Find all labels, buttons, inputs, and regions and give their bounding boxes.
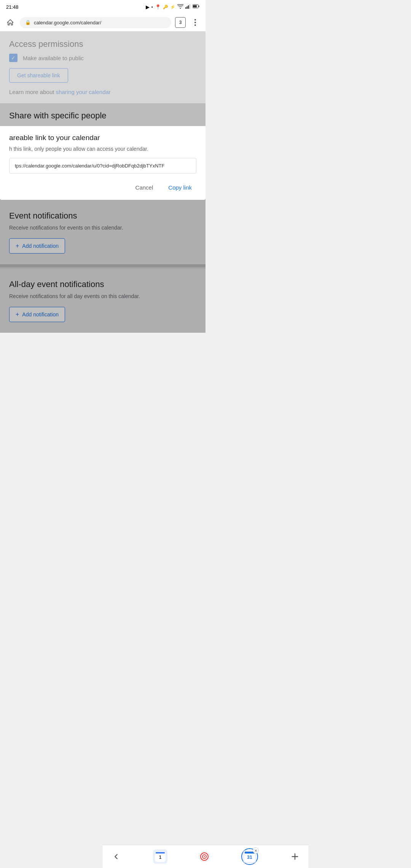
cancel-button[interactable]: Cancel [131,181,158,194]
svg-point-8 [194,22,196,23]
copy-link-button[interactable]: Copy link [164,181,196,194]
url-bar[interactable]: 🔒 calendar.google.com/calendar/ [20,17,171,28]
svg-point-9 [194,24,196,26]
svg-rect-3 [190,4,191,9]
all-day-notifications-section: All-day event notifications Receive noti… [0,269,206,333]
battery-icon [193,4,199,10]
shareable-link-dialog: areable link to your calendar h this lin… [0,126,206,200]
status-bar: 21:48 ▶ ▪ 📍 🔑 ⚡ [0,0,206,14]
location-icon: 📍 [155,4,161,10]
dialog-overlay: areable link to your calendar h this lin… [0,126,206,333]
all-day-notifications-title: All-day event notifications [9,279,196,289]
event-notifications-title: Event notifications [9,211,196,221]
make-public-label: Make available to public [23,55,84,61]
svg-rect-5 [193,5,197,8]
bottom-spacer [0,333,206,356]
access-permissions-title: Access permissions [9,39,196,49]
url-text: calendar.google.com/calendar/ [34,20,101,26]
event-notifications-desc: Receive notifications for events on this… [9,225,196,231]
svg-rect-0 [185,7,186,9]
status-time: 21:48 [6,4,19,10]
event-notifications-section: Event notifications Receive notification… [0,200,206,264]
svg-rect-2 [188,5,189,9]
share-with-people-title: Share with specific people [9,111,196,121]
get-shareable-link-button[interactable]: Get shareable link [9,68,68,83]
link-input[interactable] [9,158,196,174]
svg-point-7 [194,19,196,21]
key-icon: 🔑 [163,5,168,10]
plus-icon: + [16,243,19,249]
svg-rect-1 [187,6,188,9]
status-bar-right: ▶ ▪ 📍 🔑 ⚡ [146,4,199,10]
tab-switcher-button[interactable]: 3 [175,17,186,28]
section-spacer [0,264,206,267]
dialog-actions: Cancel Copy link [9,181,196,194]
home-button[interactable] [5,17,16,28]
make-public-checkbox[interactable]: ✓ [9,54,18,62]
dialog-title: areable link to your calendar [9,134,196,142]
status-bar-left: 21:48 [6,4,19,10]
add-event-notification-label: Add notification [22,243,59,249]
plus-icon-2: + [16,311,19,318]
add-allday-notification-button[interactable]: + Add notification [9,307,65,322]
browser-chrome: 🔒 calendar.google.com/calendar/ 3 [0,14,206,32]
learn-more-link[interactable]: sharing your calendar [56,89,111,95]
bluetooth-icon: ⚡ [170,5,175,10]
add-allday-notification-label: Add notification [22,311,59,318]
youtube-icon: ▶ [146,4,150,10]
make-public-row: ✓ Make available to public [9,54,196,62]
signal-icon [185,4,191,10]
wifi-icon [177,4,183,10]
share-people-section: Share with specific people [0,103,206,126]
all-day-notifications-desc: Receive notifications for all day events… [9,293,196,299]
more-options-button[interactable] [190,17,201,28]
square-icon: ▪ [151,5,153,9]
learn-more-text: Learn more about sharing your calendar [9,89,196,95]
dialog-description: h this link, only people you allow can a… [9,146,196,152]
add-event-notification-button[interactable]: + Add notification [9,238,65,254]
lock-icon: 🔒 [25,20,31,25]
bg-access-permissions: Access permissions ✓ Make available to p… [0,32,206,103]
svg-rect-6 [199,6,199,7]
